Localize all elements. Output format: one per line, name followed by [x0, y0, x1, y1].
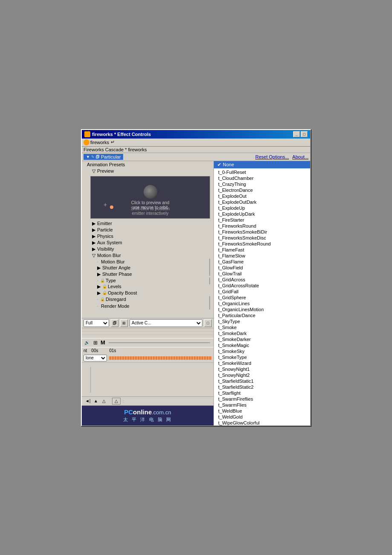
preset-item[interactable]: t_WeldGold: [214, 414, 310, 420]
tree-physics[interactable]: ▶ Physics: [82, 233, 213, 240]
grid-icon-btn[interactable]: ⊞: [120, 319, 128, 327]
shutter-phase-label: Shutter Phase: [102, 272, 132, 277]
minimize-button[interactable]: _: [293, 131, 300, 137]
tree-disregard[interactable]: · 🔒 Disregard: [82, 296, 213, 302]
physics-label: Physics: [97, 234, 113, 239]
pconline-logo: PConline.com.cn: [85, 408, 210, 416]
comp-view-btn[interactable]: □: [204, 319, 212, 327]
preset-item[interactable]: t_SmokeDarker: [214, 336, 310, 342]
menubar-app-label[interactable]: fireworks: [90, 140, 109, 145]
preset-item[interactable]: t_CloudChamber: [214, 175, 310, 181]
nt-label: nt: [84, 348, 87, 353]
preset-item[interactable]: t_ParticularDance: [214, 312, 310, 318]
tree-motion-blur-prop[interactable]: · Motion Blur: [82, 259, 213, 265]
preset-item[interactable]: t_StarfieldStatic2: [214, 384, 310, 390]
preset-item[interactable]: t_Smoke: [214, 324, 310, 330]
step-fwd-icon[interactable]: △: [101, 398, 107, 405]
preset-item[interactable]: t_SmokeDark: [214, 330, 310, 336]
preset-item[interactable]: t_FlameFast: [214, 247, 310, 253]
marker-btn[interactable]: M: [101, 339, 105, 346]
toolbar-row: ▼ ✎ 🗐 Particular Reset Options... About.…: [82, 153, 310, 161]
channel-row: lone All: [82, 354, 213, 362]
preset-item[interactable]: t_ExplodeUp: [214, 205, 310, 211]
tree-emitter[interactable]: ▶ Emitter: [82, 220, 213, 227]
quality-select[interactable]: Full Half Third Quarter: [84, 319, 109, 327]
step-back-icon[interactable]: ▲: [92, 398, 99, 405]
tree-motion-blur[interactable]: ▽ Motion Blur: [82, 252, 213, 259]
preset-item[interactable]: t_FireStarter: [214, 217, 310, 223]
current-time: 00s: [91, 348, 98, 353]
levels-arrow: ▶: [97, 284, 101, 289]
preset-item[interactable]: t_GridSphere: [214, 295, 310, 301]
preset-item[interactable]: t_SmokeWizard: [214, 360, 310, 366]
preset-item[interactable]: t_ExplodeUpDark: [214, 211, 310, 217]
motion-blur-label: Motion Blur: [97, 253, 121, 258]
playhead-slider[interactable]: [109, 342, 210, 343]
preset-item[interactable]: t_FireworksSmokeDisc: [214, 235, 310, 241]
preset-item[interactable]: t_GasFlame: [214, 259, 310, 265]
tree-opacity-boost[interactable]: ▶ 🔒 Opacity Boost: [82, 290, 213, 296]
preset-item[interactable]: t_OrganicLinesMotion: [214, 306, 310, 312]
preview-area[interactable]: Click to preview and use mouse to orbit …: [90, 176, 210, 219]
preview-dot: [110, 205, 113, 209]
audio-toggle[interactable]: △: [112, 398, 121, 405]
tree-render-mode[interactable]: · Render Mode: [82, 302, 213, 310]
preset-item[interactable]: t_SkyType: [214, 318, 310, 324]
composition-icon-btn[interactable]: 🗐: [111, 319, 118, 327]
shutter-angle-arrow: ▶: [97, 265, 101, 271]
preset-item[interactable]: t_StarfieldStatic1: [214, 378, 310, 384]
motion-blur-arrow: ▽: [92, 253, 95, 258]
preset-item[interactable]: t_GlowTrail: [214, 271, 310, 277]
preset-item[interactable]: t_SmokeType: [214, 354, 310, 360]
preset-item[interactable]: t_FireworksSmokeBiDir: [214, 229, 310, 235]
right-panel: ✔ None t_0-FullResett_CloudChambert_Craz…: [214, 161, 310, 425]
preset-item[interactable]: t_WipeGlowColorful: [214, 420, 310, 425]
preset-item[interactable]: t_SwarmFireflies: [214, 396, 310, 402]
levels-label: Levels: [108, 284, 121, 289]
timeline-scrubber[interactable]: [109, 356, 212, 360]
active-cam-select[interactable]: Active C...: [130, 319, 202, 327]
opacity-boost-lock-icon: 🔒: [102, 291, 107, 295]
left-bottom-toolbar: Full Half Third Quarter 🗐 ⊞ Active C... …: [82, 318, 213, 328]
preset-item[interactable]: t_0-FullReset: [214, 169, 310, 175]
preset-item[interactable]: t_Starflight: [214, 390, 310, 396]
tree-visibility[interactable]: ▶ Visibility: [82, 246, 213, 252]
preset-item[interactable]: t_SmokeSky: [214, 348, 310, 354]
preset-item[interactable]: t_FireworksSmokeRound: [214, 241, 310, 247]
preset-item[interactable]: t_SmokeMagic: [214, 342, 310, 348]
preview-text3: Shift-click to position: [131, 206, 170, 211]
tree-type[interactable]: · 🔒 Type: [82, 278, 213, 283]
audio-icon[interactable]: 🔊: [84, 339, 90, 346]
preset-item[interactable]: t_GridFall: [214, 289, 310, 295]
tree-levels[interactable]: ▶ 🔒 Levels: [82, 283, 213, 290]
reset-button[interactable]: Reset Options...: [255, 154, 289, 159]
tree-shutter-phase[interactable]: ▶ Shutter Phase: [82, 271, 213, 278]
preset-item[interactable]: t_OrganicLines: [214, 301, 310, 306]
preset-item[interactable]: t_ExplodeOut: [214, 193, 310, 199]
preset-item[interactable]: t_ExplodeOutDark: [214, 199, 310, 205]
preset-item[interactable]: t_GridAcross: [214, 277, 310, 283]
left-panel: Animation Presets ▽ Preview Click to pre…: [82, 161, 214, 425]
maximize-button[interactable]: □: [301, 131, 308, 137]
tree-shutter-angle[interactable]: ▶ Shutter Angle: [82, 265, 213, 271]
preset-item[interactable]: t_FlameSlow: [214, 253, 310, 259]
menubar-tab[interactable]: ↵: [111, 139, 115, 145]
preset-item[interactable]: t_SnowyNight1: [214, 366, 310, 372]
tree-aux-system[interactable]: ▶ Aux System: [82, 240, 213, 246]
preview-toggle[interactable]: ▽ Preview: [87, 168, 213, 174]
timeline-icon[interactable]: ⊞: [92, 339, 99, 346]
preset-item[interactable]: t_WeldBlue: [214, 408, 310, 414]
particle-arrow: ▶: [92, 227, 95, 233]
tree-particle[interactable]: ▶ Particle: [82, 227, 213, 233]
preset-item[interactable]: t_SwarmFlies: [214, 402, 310, 408]
spacer2: [82, 331, 213, 335]
preset-item[interactable]: t_CrazyThing: [214, 181, 310, 187]
about-button[interactable]: About...: [292, 154, 308, 159]
preset-item[interactable]: t_SnowyNight2: [214, 372, 310, 378]
skip-back-icon[interactable]: ◄|: [84, 398, 91, 405]
preset-item[interactable]: t_GlowField: [214, 265, 310, 271]
preset-item[interactable]: t_GridAcrossRotate: [214, 283, 310, 289]
preset-item[interactable]: t_ElectronDance: [214, 187, 310, 193]
preset-item[interactable]: t_FireworksRound: [214, 223, 310, 229]
channel-dropdown[interactable]: lone All: [84, 355, 107, 361]
